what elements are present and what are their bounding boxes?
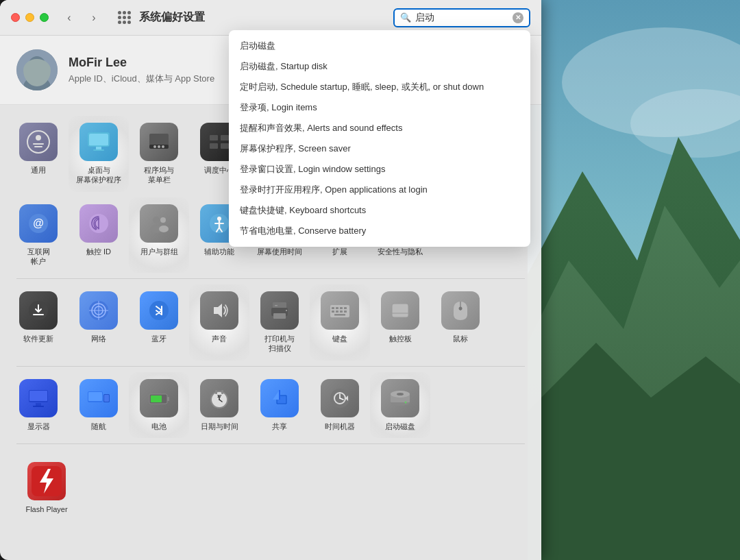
icon-dock[interactable]: 程序坞与菜单栏 xyxy=(129,116,189,192)
icon-users-groups[interactable]: 用户与群组 xyxy=(129,197,189,273)
internet-accounts-icon: @ xyxy=(19,204,58,243)
icon-bluetooth[interactable]: 蓝牙 xyxy=(129,284,189,361)
search-dropdown: 启动磁盘 启动磁盘, Startup disk 定时启动, Schedule s… xyxy=(229,30,530,247)
dropdown-item-6[interactable]: 屏幕保护程序, Screen saver xyxy=(229,138,530,159)
search-input[interactable] xyxy=(415,12,508,23)
svg-point-19 xyxy=(153,145,156,148)
icon-general[interactable]: 通用 xyxy=(8,116,69,192)
dropdown-item-1[interactable]: 启动磁盘 xyxy=(229,36,530,56)
svg-rect-88 xyxy=(167,397,169,401)
time-machine-label: 时间机器 xyxy=(325,422,355,431)
svg-rect-67 xyxy=(336,307,338,309)
sidecar-label: 随航 xyxy=(91,422,106,431)
mouse-label: 鼠标 xyxy=(453,334,468,343)
general-icon xyxy=(19,123,58,161)
svg-rect-11 xyxy=(33,143,44,145)
flash-section: Flash Player xyxy=(8,450,533,537)
icon-touch-id[interactable]: 触控 ID xyxy=(69,197,129,273)
svg-rect-22 xyxy=(210,135,218,141)
icon-time-machine[interactable]: 时间机器 xyxy=(310,372,370,438)
dropdown-item-10[interactable]: 节省电池电量, Conserve battery xyxy=(229,221,530,241)
display-label: 显示器 xyxy=(27,422,50,431)
bluetooth-label: 蓝牙 xyxy=(151,334,166,343)
avatar xyxy=(16,49,58,90)
icon-trackpad[interactable]: 触控板 xyxy=(370,284,430,361)
svg-point-58 xyxy=(149,301,169,320)
search-box[interactable]: 🔍 ✕ xyxy=(393,8,530,27)
section-divider-1 xyxy=(16,278,525,279)
printers-icon xyxy=(260,291,299,330)
dropdown-item-3[interactable]: 定时启动, Schedule startup, 睡眠, sleep, 或关机, … xyxy=(229,77,530,97)
svg-rect-80 xyxy=(29,391,47,401)
icon-printers[interactable]: 打印机与扫描仪 xyxy=(249,284,310,361)
battery-icon xyxy=(140,379,178,417)
icon-display[interactable]: 显示器 xyxy=(8,372,69,438)
svg-rect-72 xyxy=(340,311,343,313)
maximize-button[interactable] xyxy=(40,13,49,22)
extensions-label: 扩展 xyxy=(332,247,347,256)
dropdown-item-2[interactable]: 启动磁盘, Startup disk xyxy=(229,56,530,77)
icon-keyboard[interactable]: 键盘 xyxy=(310,284,370,361)
svg-rect-66 xyxy=(332,307,334,309)
desktop-icon xyxy=(79,123,118,161)
dropdown-item-4[interactable]: 登录项, Login items xyxy=(229,97,530,118)
svg-point-21 xyxy=(162,145,164,148)
icon-network[interactable]: 网络 xyxy=(69,284,129,361)
icon-desktop[interactable]: 桌面与屏幕保护程序 xyxy=(69,116,129,192)
dock-icon xyxy=(140,123,178,161)
sharing-icon xyxy=(260,379,299,417)
icon-sharing[interactable]: 共享 xyxy=(249,372,310,438)
icon-mouse[interactable]: 鼠标 xyxy=(430,284,491,361)
time-machine-icon xyxy=(321,379,359,417)
grid-view-button[interactable] xyxy=(114,8,134,27)
icon-battery[interactable]: 电池 xyxy=(129,372,189,438)
network-icon xyxy=(79,291,118,330)
svg-rect-15 xyxy=(96,147,101,149)
dock-label: 程序坞与菜单栏 xyxy=(144,165,174,185)
system-preferences-window: ‹ › 系统偏好设置 🔍 ✕ 启动磁盘 启动磁盘, Startup disk 定… xyxy=(0,0,541,560)
icon-software-update[interactable]: 软件更新 xyxy=(8,284,69,361)
forward-button[interactable]: › xyxy=(84,8,103,27)
search-clear-button[interactable]: ✕ xyxy=(513,12,523,23)
software-update-label: 软件更新 xyxy=(23,334,53,343)
bluetooth-icon xyxy=(140,291,178,330)
accessibility-label: 辅助功能 xyxy=(204,247,234,256)
svg-rect-70 xyxy=(332,311,334,313)
icon-flash-player[interactable]: Flash Player xyxy=(16,455,77,521)
svg-rect-89 xyxy=(151,395,162,402)
svg-rect-16 xyxy=(93,149,104,151)
icon-startup-disk[interactable]: 启动磁盘 xyxy=(370,372,430,438)
svg-point-78 xyxy=(459,307,463,311)
dropdown-item-7[interactable]: 登录窗口设置, Login window settings xyxy=(229,159,530,180)
dropdown-item-9[interactable]: 键盘快捷键, Keyboard shortcuts xyxy=(229,200,530,221)
svg-point-7 xyxy=(29,56,45,73)
close-button[interactable] xyxy=(11,13,20,22)
svg-rect-86 xyxy=(104,395,109,402)
minimize-button[interactable] xyxy=(25,13,34,22)
network-label: 网络 xyxy=(91,334,106,343)
traffic-lights xyxy=(11,13,49,22)
icon-date-time[interactable]: 17 日期与时间 xyxy=(189,372,249,438)
svg-rect-12 xyxy=(34,146,42,147)
dropdown-item-8[interactable]: 登录时打开应用程序, Open applications at login xyxy=(229,180,530,200)
icon-internet-accounts[interactable]: @ 互联网帐户 xyxy=(8,197,69,273)
battery-label: 电池 xyxy=(151,422,166,431)
keyboard-icon xyxy=(321,291,359,330)
icon-sidecar[interactable]: 随航 xyxy=(69,372,129,438)
icon-row-4: 显示器 随航 xyxy=(8,372,533,438)
desktop-label: 桌面与屏幕保护程序 xyxy=(76,165,121,185)
users-groups-label: 用户与群组 xyxy=(140,247,178,256)
svg-text:@: @ xyxy=(33,217,44,229)
svg-rect-75 xyxy=(392,304,408,317)
svg-rect-82 xyxy=(33,406,44,407)
icon-sound[interactable]: 声音 xyxy=(189,284,249,361)
svg-rect-96 xyxy=(221,390,223,394)
dropdown-item-5[interactable]: 提醒和声音效果, Alerts and sound effects xyxy=(229,118,530,138)
screen-time-label: 屏幕使用时间 xyxy=(257,247,302,256)
keyboard-label: 键盘 xyxy=(332,334,347,343)
svg-rect-69 xyxy=(344,307,347,309)
nav-buttons: ‹ › xyxy=(60,8,103,27)
svg-point-36 xyxy=(153,217,160,223)
back-button[interactable]: ‹ xyxy=(60,8,79,27)
svg-rect-64 xyxy=(286,310,287,311)
